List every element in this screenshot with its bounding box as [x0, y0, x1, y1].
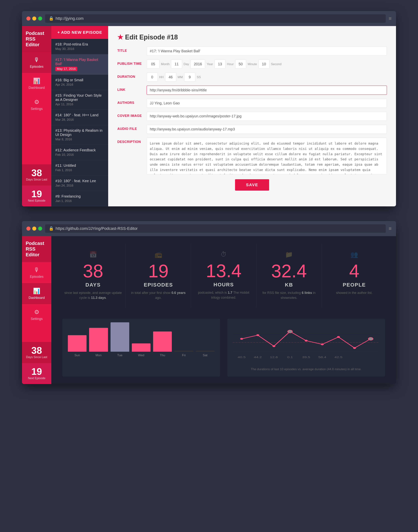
edit-panel: ★ Edit Episode #18 TITLE PUBLISH TIME Mo… [108, 26, 396, 206]
episode-date-9: Jan 1, 2016 [55, 199, 104, 203]
audio-file-input[interactable] [147, 125, 387, 134]
publish-time-group: Month Day Year Hour Minute Second [147, 60, 387, 69]
sidebar-item-dashboard[interactable]: 📊 Dashboard [22, 73, 51, 94]
stat-unit-kb: KB [260, 282, 318, 288]
stat-days-number-2: 38 [25, 346, 48, 355]
link-input[interactable] [147, 86, 387, 95]
publish-minute-input[interactable] [235, 60, 246, 69]
close-button-2[interactable] [26, 226, 30, 231]
audio-file-label: AUDIO FILE [117, 125, 147, 131]
episode-title-14: #14: 180° · feat. H++ Land [55, 113, 104, 117]
episode-item-16[interactable]: #16: Big or Small Apr 24, 2016 [51, 75, 108, 90]
stat-box-2: 19 Next Episode [22, 186, 51, 206]
stat-desc-episodes: in total after your first show 0.6 years… [129, 290, 187, 300]
dashboard-label: Dashboard [29, 86, 45, 90]
publish-hour-num-input[interactable] [214, 60, 225, 69]
form-row-title: TITLE [117, 47, 387, 56]
bar-label-tue: Tue [117, 354, 122, 357]
episode-item-10[interactable]: #10: 180° · feat. Kee Lee Jan 24, 2016 [51, 176, 108, 191]
sidebar-item-episodes-2[interactable]: 🎙 Episodes [22, 262, 51, 283]
dashboard-icon: 📊 [33, 77, 40, 84]
svg-point-5 [256, 334, 259, 336]
stat-desc-days: since last episode, and average update c… [64, 290, 122, 300]
form-row-link: LINK [117, 86, 387, 95]
authors-input[interactable] [147, 99, 387, 108]
episodes-icon-2: 🎙 [34, 267, 40, 273]
url-bar-1[interactable]: 🔒 http://jjying.com [45, 14, 386, 23]
publish-day-input[interactable] [171, 60, 182, 69]
minimize-button[interactable] [32, 16, 36, 21]
sidebar-item-settings[interactable]: ⚙ Settings [22, 94, 51, 115]
bar-group-tue: Tue [111, 322, 129, 357]
sidebar-1: Podcast RSS Editor 🎙 Episodes 📊 Dashboar… [22, 26, 51, 206]
sidebar-item-episodes[interactable]: 🎙 Episodes [22, 52, 51, 73]
browser-titlebar-2: 🔒 https://github.com/JJYing/Podcast-RSS-… [22, 221, 396, 236]
sidebar-bottom-1: 38 Days Since Last 19 Next Episode [22, 164, 51, 206]
stat-unit-people: People [325, 282, 383, 288]
url-bar-2[interactable]: 🔒 https://github.com/JJYing/Podcast-RSS-… [45, 224, 386, 233]
episode-item-15[interactable]: #15: Finding Your Own Style as A Designe… [51, 90, 108, 110]
sidebar-item-settings-2[interactable]: ⚙ Settings [22, 304, 51, 325]
settings-label-2: Settings [31, 317, 43, 321]
maximize-button[interactable] [38, 16, 42, 21]
description-field: Lorem ipsum dolor sit amet, consectetur … [147, 138, 387, 175]
minimize-button-2[interactable] [32, 226, 36, 231]
episode-item-17[interactable]: #17: 'I Wanna Play Basket Ball' May 17, … [51, 54, 108, 75]
episode-date-15: Apr 11, 2016 [55, 103, 104, 106]
episode-item-9[interactable]: #9: Freelancing Jan 1, 2016 [51, 191, 108, 206]
episode-title-15: #15: Finding Your Own Style as A Designe… [55, 93, 104, 102]
window-controls-2 [26, 226, 42, 231]
sidebar-item-dashboard-2[interactable]: 📊 Dashboard [22, 283, 51, 304]
form-row-duration: DURATION HH MM SS [117, 73, 387, 82]
duration-hh-input[interactable] [147, 73, 158, 82]
lock-icon-2: 🔒 [49, 226, 54, 231]
episode-title-12: #12: Audience Feedback [55, 148, 104, 152]
logo-1: Podcast RSS Editor [22, 26, 51, 52]
publish-second-input[interactable] [258, 60, 269, 69]
stat-next-number-2: 19 [25, 367, 48, 376]
close-button[interactable] [26, 16, 30, 21]
svg-point-10 [337, 336, 340, 338]
add-episode-button[interactable]: + ADD NEW EPISODE [51, 26, 108, 39]
save-button[interactable]: SAVE [235, 179, 269, 191]
episode-item-14[interactable]: #14: 180° · feat. H++ Land Mar 28, 2016 [51, 110, 108, 125]
form-row-authors: AUTHORS [117, 99, 387, 108]
episodes-icon: 🎙 [34, 57, 40, 63]
episode-item-18[interactable]: #18: Post-retina Era May 30, 2016 [51, 39, 108, 54]
minute-label: Minute [248, 62, 257, 66]
bar-label-mon: Mon [95, 354, 102, 357]
publish-time-label: PUBLISH TIME [117, 60, 147, 66]
stat-box-next-2: 19 Next Episode [22, 363, 51, 384]
title-input[interactable] [147, 47, 387, 56]
episode-list-panel: + ADD NEW EPISODE #18: Post-retina Era M… [51, 26, 108, 206]
title-field [147, 47, 387, 56]
bar-label-wed: Wed [138, 354, 144, 357]
settings-icon: ⚙ [34, 98, 39, 106]
svg-text:44.2: 44.2 [254, 356, 262, 359]
bar-wed [132, 343, 151, 352]
episode-date-17: May 17, 2016 [55, 67, 77, 71]
line-chart: 40.5 44.2 12.6 0.1 39.5 58.4 42.5 [233, 324, 380, 365]
settings-icon-2: ⚙ [34, 308, 39, 316]
browser-window-2: 🔒 https://github.com/JJYing/Podcast-RSS-… [22, 221, 396, 384]
description-textarea[interactable]: Lorem ipsum dolor sit amet, consectetur … [147, 138, 387, 175]
bar-label-fri: Fri [182, 354, 186, 357]
episode-title-18: #18: Post-retina Era [55, 42, 104, 47]
publish-year-input[interactable] [190, 60, 205, 69]
episode-item-11[interactable]: #11: Untitled Feb 1, 2016 [51, 160, 108, 176]
episode-item-12[interactable]: #12: Audience Feedback Feb 10, 2016 [51, 145, 108, 160]
duration-mm-input[interactable] [165, 73, 176, 82]
browser-menu-icon[interactable]: ≡ [389, 16, 392, 22]
stat-desc-hours: podcasted, which is 1.7 The Hobbit trilo… [195, 290, 253, 300]
star-icon: ★ [117, 33, 123, 41]
browser-menu-icon-2[interactable]: ≡ [389, 226, 392, 232]
publish-hour-input[interactable] [147, 60, 160, 69]
cover-image-input[interactable] [147, 112, 387, 121]
episode-item-13[interactable]: #13: Physicality & Realism in UI Design … [51, 125, 108, 145]
duration-ss-input[interactable] [184, 73, 195, 82]
bar-group-sun: Sun [68, 335, 87, 357]
maximize-button-2[interactable] [38, 226, 42, 231]
charts-area: Sun Mon Tue [60, 319, 387, 377]
stat-next-label-2: Next Episode [25, 376, 48, 380]
stat-desc-people: showed in the author list. [325, 290, 383, 295]
